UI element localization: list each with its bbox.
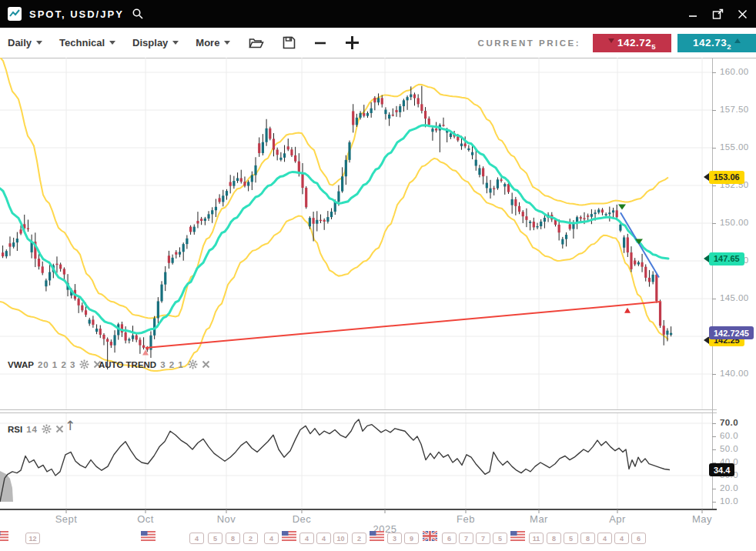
event-calendar-icon[interactable]: 4 (189, 531, 204, 544)
vwap-indicator-label: VWAP 20 1 2 3 (8, 359, 102, 369)
current-price-panel: CURRENT PRICE: 142.725 142.732 (478, 28, 756, 58)
event-calendar-icon[interactable]: 8 (580, 531, 595, 544)
zoom-in-icon[interactable] (345, 35, 360, 50)
price-badge-upper-band: 153.06 (709, 171, 744, 184)
event-calendar-icon[interactable]: 8 (547, 531, 561, 544)
event-calendar-icon[interactable]: 5 (564, 531, 578, 544)
gear-icon[interactable] (188, 359, 198, 369)
menu-daily[interactable]: Daily (8, 37, 42, 48)
rsi-tick-mark (712, 502, 716, 503)
rsi-tick-mark (712, 449, 716, 450)
triangle-up-marker[interactable] (142, 350, 149, 356)
rsi-tick-label: 50.0 (720, 444, 738, 453)
event-calendar-icon[interactable]: 5 (493, 531, 507, 544)
month-tick (385, 509, 386, 513)
rsi-tick-label: 10.0 (720, 496, 738, 506)
bollinger-upper-band[interactable] (0, 58, 668, 319)
close-icon[interactable] (55, 425, 64, 433)
event-calendar-icon[interactable]: 4 (264, 531, 279, 544)
price-tick-mark (712, 148, 716, 149)
rsi-line[interactable] (0, 419, 670, 502)
save-icon[interactable] (283, 36, 296, 49)
event-calendar-icon[interactable]: 4 (614, 531, 629, 544)
month-label: Feb (457, 513, 475, 525)
bollinger-lower-band[interactable] (0, 159, 668, 371)
pane-divider (0, 409, 717, 410)
event-calendar-icon[interactable]: 2 (352, 531, 366, 544)
rsi-tick-mark (712, 436, 716, 437)
event-calendar-icon[interactable]: 10 (333, 531, 348, 544)
month-label: Mar (530, 513, 548, 525)
auto-trend-indicator-label: AUTO TREND 3 2 1 (99, 359, 210, 369)
candlestick-series[interactable] (2, 86, 672, 369)
pop-out-icon[interactable] (711, 8, 724, 20)
us-flag-icon[interactable] (282, 531, 296, 541)
close-icon[interactable] (202, 360, 210, 369)
price-tick-label: 155.00 (720, 142, 749, 152)
open-folder-icon[interactable] (249, 37, 264, 49)
menu-technical[interactable]: Technical (59, 37, 115, 48)
event-calendar-icon[interactable]: 9 (404, 531, 419, 544)
chevron-down-icon (36, 41, 42, 45)
gear-icon[interactable] (79, 359, 89, 369)
rsi-tick-label: 60.0 (720, 431, 738, 440)
title-bar: SPOT, USD/JPY (0, 0, 756, 28)
event-calendar-icon[interactable]: 12 (25, 531, 40, 544)
event-calendar-icon[interactable]: 11 (529, 531, 544, 544)
price-tick-label: 140.00 (720, 369, 749, 378)
rsi-tick-label: 70.0 (720, 418, 738, 427)
event-calendar-icon[interactable]: 2 (243, 531, 258, 544)
vwap-name: VWAP (8, 360, 34, 369)
price-tick-label: 145.00 (720, 293, 749, 302)
event-calendar-icon[interactable]: 3 (387, 531, 402, 544)
price-badge-last-price: 142.7245 (709, 326, 754, 339)
month-label: Nov (217, 513, 236, 525)
chevron-down-icon (172, 41, 179, 45)
us-flag-icon[interactable] (370, 531, 384, 541)
search-icon[interactable] (132, 8, 144, 20)
price-tick-label: 157.50 (720, 105, 749, 114)
economic-events-row: 12458244410239677511858446 (0, 530, 756, 549)
menu-more[interactable]: More (196, 37, 230, 48)
auto-trend-support[interactable] (146, 302, 661, 348)
us-flag-icon[interactable] (141, 531, 156, 541)
price-axis-line (712, 58, 713, 509)
chevron-down-icon (109, 41, 115, 45)
rsi-tick-mark (712, 423, 716, 424)
event-calendar-icon[interactable]: 4 (299, 531, 314, 544)
candlestick-chart[interactable] (0, 58, 712, 410)
time-axis-line (0, 509, 717, 510)
auto-trend-resistance[interactable] (621, 212, 659, 277)
ask-price-badge: 142.732 (677, 34, 756, 52)
event-calendar-icon[interactable]: 6 (631, 531, 646, 544)
us-flag-icon[interactable] (0, 531, 8, 541)
event-calendar-icon[interactable]: 8 (226, 531, 240, 544)
event-calendar-icon[interactable]: 7 (459, 531, 473, 544)
event-calendar-icon[interactable]: 5 (208, 531, 222, 544)
zoom-out-icon[interactable] (314, 37, 326, 49)
event-calendar-icon[interactable]: 6 (442, 531, 457, 544)
triangle-down-marker[interactable] (618, 204, 626, 209)
menu-display[interactable]: Display (132, 37, 179, 48)
month-label: Oct (137, 513, 154, 525)
triangle-up-marker[interactable] (624, 308, 631, 313)
minimize-button[interactable] (687, 8, 699, 20)
us-flag-icon[interactable] (510, 531, 525, 541)
rsi-params: 14 (26, 425, 38, 434)
price-tick-mark (712, 185, 716, 186)
close-icon[interactable] (736, 8, 748, 20)
gear-icon[interactable] (42, 424, 52, 434)
month-label: Dec (293, 513, 312, 525)
event-calendar-icon[interactable]: 4 (316, 531, 331, 544)
event-calendar-icon[interactable]: 4 (597, 531, 612, 544)
line-chart-icon (8, 7, 22, 21)
window-controls (687, 0, 748, 28)
vwap-line[interactable] (0, 125, 668, 333)
rsi-value-badge: 34.4 (709, 463, 734, 476)
up-arrow-icon[interactable]: ↑ (65, 418, 75, 433)
rsi-chart[interactable] (0, 413, 712, 509)
uk-flag-icon[interactable] (423, 531, 437, 541)
event-calendar-icon[interactable]: 7 (476, 531, 490, 544)
price-tick-label: 150.00 (720, 218, 749, 227)
price-tick-mark (712, 72, 716, 73)
